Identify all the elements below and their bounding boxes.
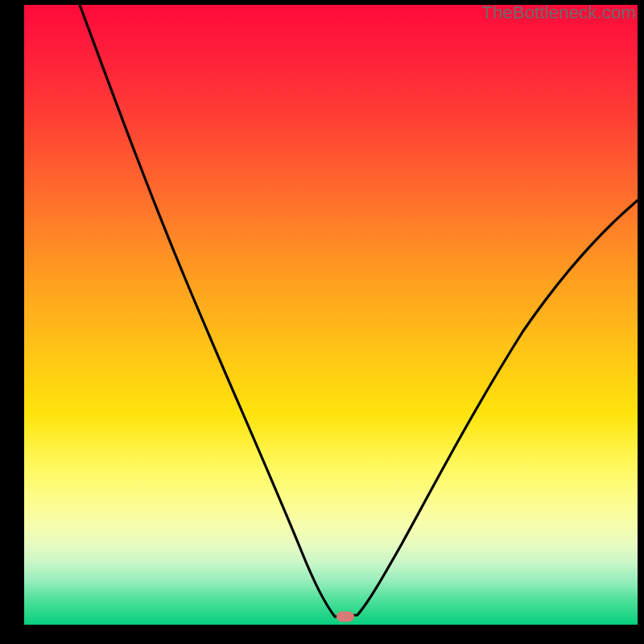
plot-area xyxy=(24,5,638,625)
bottleneck-curve xyxy=(24,5,638,625)
curve-path xyxy=(80,5,638,617)
chart-frame: TheBottleneck.com xyxy=(0,0,644,644)
watermark-text: TheBottleneck.com xyxy=(481,2,636,23)
optimum-marker xyxy=(336,612,354,622)
